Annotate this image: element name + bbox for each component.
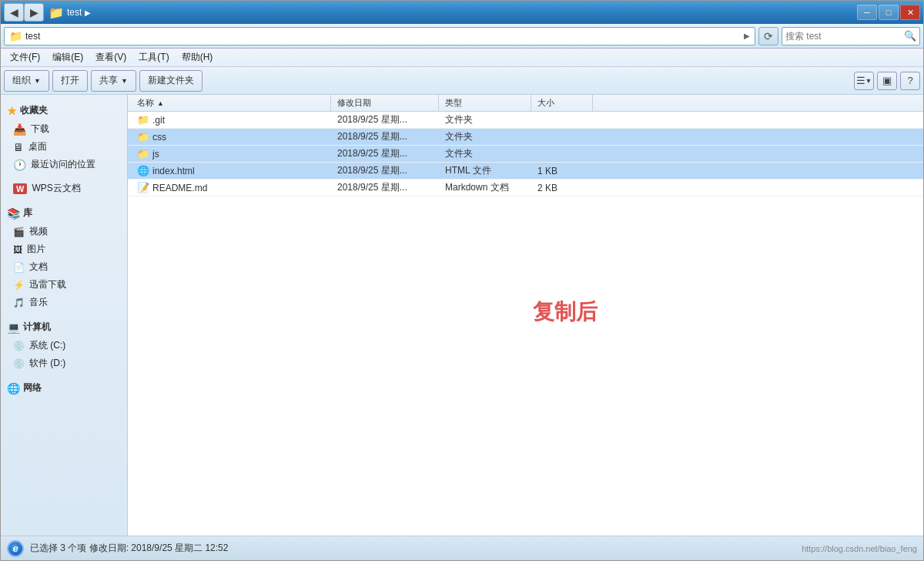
menu-file[interactable]: 文件(F) bbox=[4, 49, 46, 66]
computer-icon: 💻 bbox=[7, 321, 20, 334]
toolbar: 组织 ▼ 打开 共享 ▼ 新建文件夹 ☰ ▼ ▣ ? bbox=[1, 67, 923, 95]
documents-label: 文档 bbox=[29, 260, 48, 274]
sidebar-item-wps[interactable]: W WPS云文档 bbox=[1, 180, 127, 197]
table-row[interactable]: 📁 js 2018/9/25 星期... 文件夹 bbox=[128, 146, 923, 163]
sort-indicator: ▲ bbox=[157, 99, 164, 107]
desktop-icon: 🖥 bbox=[13, 141, 24, 153]
folder-icon: 📁 bbox=[137, 148, 149, 160]
documents-icon: 📄 bbox=[13, 262, 25, 273]
sidebar-computer-section: 💻 计算机 💿 系统 (C:) 💿 软件 (D:) bbox=[1, 317, 127, 372]
sidebar-item-recent[interactable]: 🕐 最近访问的位置 bbox=[1, 156, 127, 173]
sidebar-item-drive-c[interactable]: 💿 系统 (C:) bbox=[1, 337, 127, 354]
wps-label: WPS云文档 bbox=[32, 182, 80, 195]
help-button[interactable]: ? bbox=[900, 72, 920, 90]
col-header-date[interactable]: 修改日期 bbox=[331, 95, 439, 111]
titlebar-controls: ─ □ ✕ bbox=[857, 5, 920, 20]
close-button[interactable]: ✕ bbox=[900, 5, 920, 20]
file-date: 2018/9/25 星期... bbox=[331, 130, 439, 143]
titlebar: ◀ ▶ 📁 test ▶ ─ □ ✕ bbox=[1, 1, 923, 24]
view-arrow: ▼ bbox=[865, 77, 872, 85]
maximize-button[interactable]: □ bbox=[879, 5, 899, 20]
share-arrow: ▼ bbox=[121, 77, 128, 85]
search-icon[interactable]: 🔍 bbox=[904, 30, 916, 42]
file-date: 2018/9/25 星期... bbox=[331, 181, 439, 194]
pictures-icon: 🖼 bbox=[13, 244, 22, 255]
wps-icon: W bbox=[13, 183, 27, 194]
sidebar-computer-header: 💻 计算机 bbox=[1, 317, 127, 337]
video-icon: 🎬 bbox=[13, 227, 25, 237]
file-name: 📝 README.md bbox=[131, 182, 331, 193]
menu-tools[interactable]: 工具(T) bbox=[132, 49, 175, 66]
main-content: ★ 收藏夹 📥 下载 🖥 桌面 🕐 最近访问的位置 bbox=[1, 95, 923, 536]
watermark-text: 复制后 bbox=[533, 297, 598, 327]
md-file-icon: 📝 bbox=[137, 182, 149, 193]
xunlei-label: 迅雷下载 bbox=[29, 278, 66, 291]
music-label: 音乐 bbox=[29, 296, 48, 309]
file-type: 文件夹 bbox=[439, 147, 531, 160]
favorites-label: 收藏夹 bbox=[20, 104, 48, 117]
new-folder-button[interactable]: 新建文件夹 bbox=[139, 70, 203, 92]
recent-icon: 🕐 bbox=[13, 159, 26, 171]
back-button[interactable]: ◀ bbox=[4, 3, 24, 22]
organize-button[interactable]: 组织 ▼ bbox=[4, 70, 49, 92]
refresh-button[interactable]: ⟳ bbox=[758, 27, 778, 45]
titlebar-path: test ▶ bbox=[67, 7, 857, 18]
network-label: 网络 bbox=[23, 381, 42, 395]
drive-c-label: 系统 (C:) bbox=[29, 339, 65, 352]
file-type: 文件夹 bbox=[439, 113, 531, 126]
sidebar-item-documents[interactable]: 📄 文档 bbox=[1, 258, 127, 276]
search-box[interactable]: 🔍 bbox=[782, 27, 920, 45]
organize-label: 组织 bbox=[12, 74, 31, 87]
sidebar-item-drive-d[interactable]: 💿 软件 (D:) bbox=[1, 354, 127, 372]
sidebar-item-music[interactable]: 🎵 音乐 bbox=[1, 294, 127, 311]
col-header-size[interactable]: 大小 bbox=[531, 95, 593, 111]
sidebar-library-section: 📚 库 🎬 视频 🖼 图片 📄 文档 ⚡ 迅雷下载 bbox=[1, 203, 127, 311]
toolbar-right: ☰ ▼ ▣ ? bbox=[854, 72, 920, 90]
file-name: 📁 .git bbox=[131, 114, 331, 126]
sidebar-item-desktop[interactable]: 🖥 桌面 bbox=[1, 138, 127, 156]
ie-logo: e bbox=[7, 540, 24, 557]
forward-button[interactable]: ▶ bbox=[24, 3, 44, 22]
table-row[interactable]: 📝 README.md 2018/9/25 星期... Markdown 文档 … bbox=[128, 180, 923, 197]
sidebar-item-xunlei[interactable]: ⚡ 迅雷下载 bbox=[1, 276, 127, 294]
address-box[interactable]: 📁 test ▶ bbox=[4, 27, 755, 45]
search-input[interactable] bbox=[785, 31, 904, 42]
menu-view[interactable]: 查看(V) bbox=[89, 49, 132, 66]
address-text: test bbox=[25, 31, 744, 42]
file-type: HTML 文件 bbox=[439, 164, 531, 177]
folder-icon: 📁 bbox=[9, 30, 22, 42]
new-folder-label: 新建文件夹 bbox=[148, 74, 194, 87]
library-icon: 📚 bbox=[7, 207, 20, 220]
menu-edit[interactable]: 编辑(E) bbox=[46, 49, 89, 66]
menubar: 文件(F) 编辑(E) 查看(V) 工具(T) 帮助(H) bbox=[1, 49, 923, 67]
sidebar-network-header: 🌐 网络 bbox=[1, 378, 127, 398]
table-row[interactable]: 📁 css 2018/9/25 星期... 文件夹 bbox=[128, 129, 923, 146]
share-button[interactable]: 共享 ▼ bbox=[91, 70, 136, 92]
file-type: 文件夹 bbox=[439, 130, 531, 143]
menu-help[interactable]: 帮助(H) bbox=[176, 49, 219, 66]
col-header-type[interactable]: 类型 bbox=[439, 95, 531, 111]
pane-button[interactable]: ▣ bbox=[877, 72, 897, 90]
sidebar-item-video[interactable]: 🎬 视频 bbox=[1, 223, 127, 240]
table-row[interactable]: 📁 .git 2018/9/25 星期... 文件夹 bbox=[128, 112, 923, 129]
xunlei-icon: ⚡ bbox=[13, 280, 25, 291]
sidebar-item-pictures[interactable]: 🖼 图片 bbox=[1, 240, 127, 258]
table-row[interactable]: 🌐 index.html 2018/9/25 星期... HTML 文件 1 K… bbox=[128, 163, 923, 180]
statusbar: e 已选择 3 个项 修改日期: 2018/9/25 星期二 12:52 htt… bbox=[1, 536, 923, 560]
address-dropdown-icon[interactable]: ▶ bbox=[744, 32, 750, 40]
view-mode-button[interactable]: ☰ ▼ bbox=[854, 72, 874, 90]
sidebar-item-downloads[interactable]: 📥 下载 bbox=[1, 120, 127, 138]
downloads-label: 下载 bbox=[31, 123, 49, 136]
sidebar-network-section: 🌐 网络 bbox=[1, 378, 127, 398]
status-text: 已选择 3 个项 修改日期: 2018/9/25 星期二 12:52 bbox=[30, 542, 228, 555]
sidebar-favorites-section: ★ 收藏夹 📥 下载 🖥 桌面 🕐 最近访问的位置 bbox=[1, 101, 127, 173]
sidebar: ★ 收藏夹 📥 下载 🖥 桌面 🕐 最近访问的位置 bbox=[1, 95, 128, 536]
music-icon: 🎵 bbox=[13, 297, 25, 308]
file-date: 2018/9/25 星期... bbox=[331, 164, 439, 177]
filelist: 名称 ▲ 修改日期 类型 大小 📁 .git 2018/ bbox=[128, 95, 923, 536]
open-button[interactable]: 打开 bbox=[52, 70, 88, 92]
file-name: 🌐 index.html bbox=[131, 165, 331, 176]
col-header-name[interactable]: 名称 ▲ bbox=[131, 95, 331, 111]
drive-d-icon: 💿 bbox=[13, 358, 25, 369]
minimize-button[interactable]: ─ bbox=[857, 5, 877, 20]
